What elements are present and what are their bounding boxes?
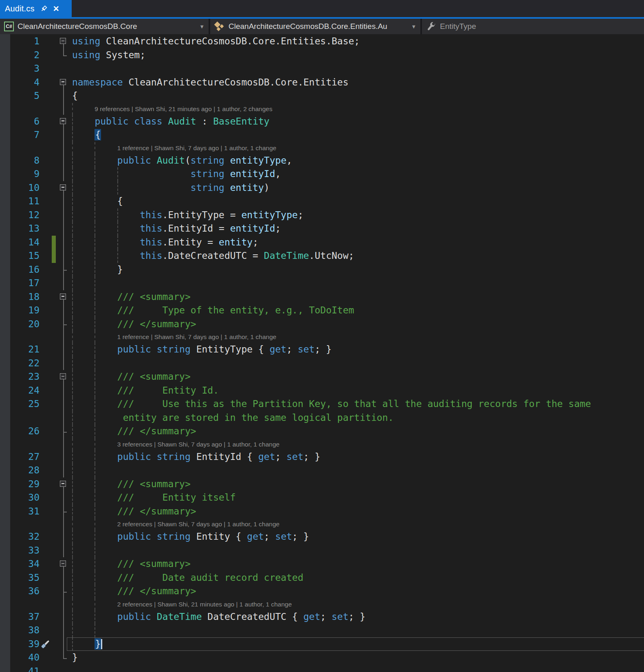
- codelens-row[interactable]: 3 references | Shawn Shi, 7 days ago | 1…: [0, 438, 644, 450]
- code-line-13[interactable]: 13 this.EntityId = entityId;: [0, 222, 644, 236]
- breakpoint-margin[interactable]: [0, 290, 10, 304]
- breakpoint-margin[interactable]: [0, 425, 10, 438]
- line-number[interactable]: [10, 411, 40, 425]
- breakpoint-margin[interactable]: [0, 276, 10, 290]
- codelens-references-link[interactable]: 9 references | Shawn Shi, 21 minutes ago…: [95, 105, 272, 112]
- line-number[interactable]: 34: [10, 557, 40, 571]
- breakpoint-margin[interactable]: [0, 598, 10, 610]
- code-line-19[interactable]: 19 /// Type of the entity, e.g., ToDoIte…: [0, 304, 644, 317]
- code-text[interactable]: namespace CleanArchitectureCosmosDB.Core…: [69, 76, 644, 90]
- line-number[interactable]: 1: [10, 35, 40, 48]
- breakpoint-margin[interactable]: [0, 530, 10, 544]
- breakpoint-margin[interactable]: [0, 637, 10, 651]
- code-text[interactable]: /// <summary>: [69, 557, 644, 571]
- code-text[interactable]: /// </summary>: [69, 317, 644, 331]
- code-text[interactable]: [69, 665, 644, 672]
- line-number[interactable]: 10: [10, 181, 40, 195]
- code-text[interactable]: /// </summary>: [69, 505, 644, 519]
- breakpoint-margin[interactable]: [0, 505, 10, 519]
- tab-audit-cs[interactable]: Audit.cs ✕: [0, 0, 72, 17]
- code-text[interactable]: public DateTime DateCreatedUTC { get; se…: [69, 610, 644, 624]
- breakpoint-margin[interactable]: [0, 76, 10, 90]
- codelens-text[interactable]: 2 references | Shawn Shi, 21 minutes ago…: [69, 598, 644, 610]
- collapse-box[interactable]: [60, 293, 66, 300]
- line-number[interactable]: 16: [10, 263, 40, 277]
- breakpoint-margin[interactable]: [0, 103, 10, 115]
- breakpoint-margin[interactable]: [0, 89, 10, 103]
- line-number[interactable]: 39: [10, 637, 40, 651]
- code-line-26[interactable]: 26 /// </summary>: [0, 425, 644, 438]
- collapse-box[interactable]: [60, 118, 66, 124]
- codelens-references-link[interactable]: 1 reference | Shawn Shi, 7 days ago | 1 …: [117, 144, 277, 151]
- code-text[interactable]: public Audit(string entityType,: [69, 154, 644, 168]
- line-number[interactable]: 4: [10, 76, 40, 90]
- breakpoint-margin[interactable]: [0, 304, 10, 317]
- line-number[interactable]: [10, 598, 40, 610]
- code-text[interactable]: [69, 276, 644, 290]
- type-dropdown[interactable]: CleanArchitectureCosmosDB.Core.Entities.…: [210, 19, 420, 34]
- line-number[interactable]: 37: [10, 610, 40, 624]
- code-line-29[interactable]: 29 /// <summary>: [0, 477, 644, 491]
- collapse-box[interactable]: [60, 481, 66, 487]
- breakpoint-margin[interactable]: [0, 115, 10, 129]
- codelens-text[interactable]: 2 references | Shawn Shi, 7 days ago | 1…: [69, 518, 644, 530]
- code-text[interactable]: this.EntityType = entityType;: [69, 208, 644, 222]
- line-number[interactable]: 30: [10, 491, 40, 505]
- codelens-text[interactable]: 9 references | Shawn Shi, 21 minutes ago…: [69, 103, 644, 115]
- quick-actions-screwdriver-icon[interactable]: [40, 639, 51, 652]
- breakpoint-margin[interactable]: [0, 384, 10, 398]
- code-text[interactable]: }: [69, 637, 644, 651]
- line-number[interactable]: 35: [10, 571, 40, 585]
- code-line-17[interactable]: 17: [0, 276, 644, 290]
- line-number[interactable]: 27: [10, 450, 40, 464]
- code-line-2[interactable]: 2using System;: [0, 48, 644, 62]
- code-text[interactable]: [69, 357, 644, 370]
- line-number[interactable]: 8: [10, 154, 40, 168]
- code-line-6[interactable]: 6 public class Audit : BaseEntity: [0, 115, 644, 129]
- code-line-35[interactable]: 35 /// Date audit record created: [0, 571, 644, 585]
- line-number[interactable]: 6: [10, 115, 40, 129]
- codelens-references-link[interactable]: 2 references | Shawn Shi, 7 days ago | 1…: [117, 521, 279, 528]
- line-number[interactable]: 7: [10, 128, 40, 142]
- line-number[interactable]: 41: [10, 665, 40, 672]
- line-number[interactable]: 29: [10, 477, 40, 491]
- code-text[interactable]: }: [69, 651, 644, 665]
- code-line-24[interactable]: 24 /// Entity Id.: [0, 384, 644, 398]
- codelens-text[interactable]: 1 reference | Shawn Shi, 7 days ago | 1 …: [69, 331, 644, 343]
- breakpoint-margin[interactable]: [0, 154, 10, 168]
- codelens-row[interactable]: 1 reference | Shawn Shi, 7 days ago | 1 …: [0, 331, 644, 343]
- code-text[interactable]: [69, 464, 644, 477]
- code-text[interactable]: /// <summary>: [69, 477, 644, 491]
- code-text[interactable]: entity are stored in the same logical pa…: [69, 411, 644, 425]
- code-text[interactable]: {: [69, 89, 644, 103]
- codelens-row[interactable]: 1 reference | Shawn Shi, 7 days ago | 1 …: [0, 142, 644, 154]
- breakpoint-margin[interactable]: [0, 142, 10, 154]
- breakpoint-margin[interactable]: [0, 397, 10, 411]
- code-line-8[interactable]: 8 public Audit(string entityType,: [0, 154, 644, 168]
- code-text[interactable]: /// </summary>: [69, 584, 644, 598]
- breakpoint-margin[interactable]: [0, 464, 10, 477]
- breakpoint-margin[interactable]: [0, 62, 10, 76]
- code-line-32[interactable]: 32 public string Entity { get; set; }: [0, 530, 644, 544]
- breakpoint-margin[interactable]: [0, 128, 10, 142]
- code-text[interactable]: /// Entity itself: [69, 491, 644, 505]
- codelens-row[interactable]: 2 references | Shawn Shi, 21 minutes ago…: [0, 598, 644, 610]
- line-number[interactable]: [10, 331, 40, 343]
- breakpoint-margin[interactable]: [0, 624, 10, 637]
- line-number[interactable]: 22: [10, 357, 40, 370]
- breakpoint-margin[interactable]: [0, 357, 10, 370]
- code-line-16[interactable]: 16 }: [0, 263, 644, 277]
- code-line-40[interactable]: 40}: [0, 651, 644, 665]
- code-line-41[interactable]: 41: [0, 665, 644, 672]
- code-text[interactable]: this.DateCreatedUTC = DateTime.UtcNow;: [69, 249, 644, 263]
- line-number[interactable]: 23: [10, 370, 40, 384]
- codelens-references-link[interactable]: 1 reference | Shawn Shi, 7 days ago | 1 …: [117, 333, 277, 340]
- line-number[interactable]: [10, 142, 40, 154]
- code-text[interactable]: string entityId,: [69, 167, 644, 181]
- line-number[interactable]: 5: [10, 89, 40, 103]
- code-line-23[interactable]: 23 /// <summary>: [0, 370, 644, 384]
- breakpoint-margin[interactable]: [0, 263, 10, 277]
- code-line-20[interactable]: 20 /// </summary>: [0, 317, 644, 331]
- breakpoint-margin[interactable]: [0, 450, 10, 464]
- code-text[interactable]: {: [69, 128, 644, 142]
